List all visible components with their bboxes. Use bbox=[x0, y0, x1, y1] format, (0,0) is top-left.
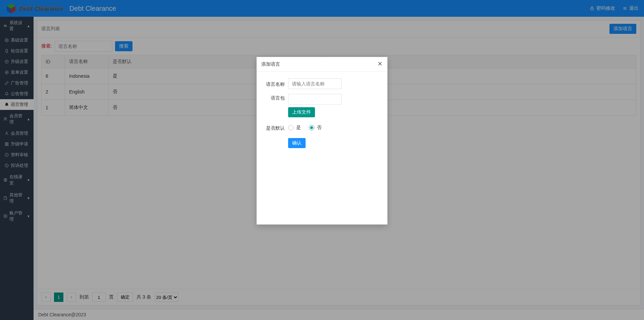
upload-file-button[interactable]: 上传文件 bbox=[288, 107, 315, 117]
form-label-default: 是否默认 bbox=[264, 124, 285, 131]
radio-icon bbox=[288, 125, 293, 130]
modal-body: 语言名称 语言包 上传文件 是否默认 bbox=[257, 72, 387, 159]
add-language-modal: 添加语言 语言名称 语言包 上传文件 bbox=[257, 57, 387, 225]
language-name-input[interactable] bbox=[288, 78, 342, 89]
radio-default-no[interactable]: 否 bbox=[309, 125, 322, 131]
radio-icon bbox=[309, 125, 314, 130]
modal-close-button[interactable] bbox=[377, 61, 383, 67]
close-icon bbox=[377, 62, 383, 67]
radio-no-label: 否 bbox=[317, 125, 322, 131]
modal-header: 添加语言 bbox=[257, 57, 387, 72]
form-label-name: 语言名称 bbox=[264, 80, 285, 87]
language-pack-input[interactable] bbox=[288, 94, 342, 105]
radio-yes-label: 是 bbox=[296, 125, 301, 131]
modal-confirm-button[interactable]: 确认 bbox=[288, 138, 306, 148]
modal-overlay[interactable]: 添加语言 语言名称 语言包 上传文件 bbox=[0, 0, 644, 320]
radio-default-yes[interactable]: 是 bbox=[288, 125, 301, 131]
modal-title: 添加语言 bbox=[261, 61, 280, 67]
form-label-pack: 语言包 bbox=[264, 94, 285, 101]
